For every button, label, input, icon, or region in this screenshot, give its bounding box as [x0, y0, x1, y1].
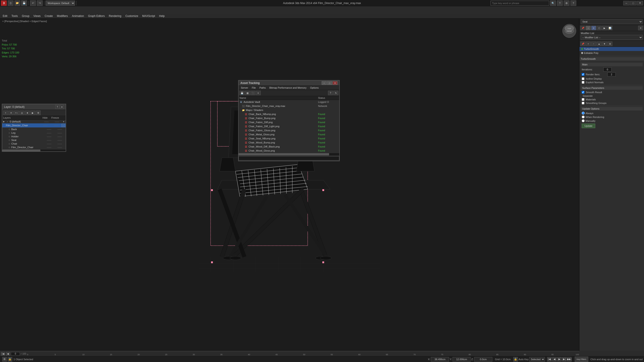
menu-group[interactable]: Group [20, 14, 31, 18]
layer-find-btn[interactable]: ▶ [30, 110, 35, 115]
search-btn[interactable]: 🔍 [550, 0, 556, 6]
disp-tab[interactable]: 📊 [608, 26, 612, 30]
layer-row-default[interactable]: ▶ ✓ 0 (default) —— —— ▼ [2, 120, 66, 123]
iterations-input[interactable] [603, 67, 612, 71]
y-coord-input[interactable] [452, 357, 471, 362]
layer-add-obj-btn[interactable]: +○ [14, 110, 19, 115]
menu-help[interactable]: Help [157, 14, 166, 18]
layer-row-film-dir[interactable]: ◇ Film_Director_Chair —— —— [2, 145, 66, 149]
at-row-fabric-bump[interactable]: 🖼 Chair_Fabric_Bump.png Found [238, 116, 339, 120]
layer-close-btn[interactable]: ✕ [60, 105, 64, 109]
close-panel-btn[interactable]: ✕ [638, 26, 643, 30]
obj-tab[interactable]: ○ [586, 26, 591, 30]
layer-row-leg[interactable]: ◇ Leg —— —— [2, 131, 66, 135]
layer-new-btn[interactable]: + [3, 110, 8, 115]
help-btn1[interactable]: ? [557, 0, 563, 6]
workspace-dropdown[interactable]: Workspace: Default [46, 1, 75, 6]
at-row-metal-gloss[interactable]: 🖼 Chair_Metal_Gloss.png Found [238, 132, 339, 136]
at-row-wood-bump[interactable]: 🖼 Chair_Wood_Bump.png Found [238, 140, 339, 145]
at-row-fabric-diff-light[interactable]: 🖼 Chair_Fabric_Diff_Light.png Found [238, 124, 339, 128]
at-tb-4[interactable]: ≡ [256, 91, 261, 95]
motion-tab[interactable]: ▶ [602, 26, 607, 30]
menu-create[interactable]: Create [43, 14, 55, 18]
layer-scrollbar[interactable] [2, 150, 66, 151]
at-tb-help[interactable]: ? [328, 91, 333, 95]
menu-customize[interactable]: Customize [124, 14, 140, 18]
layer-row-back[interactable]: ◇ Back —— —— [2, 127, 66, 131]
mod-add-btn[interactable]: + [586, 41, 591, 46]
playback-start-btn[interactable]: |◀ [547, 357, 552, 362]
editable-poly-modifier[interactable]: Editable Poly [580, 51, 644, 55]
frame-input[interactable] [11, 352, 20, 356]
close-btn[interactable]: ✕ [637, 1, 643, 5]
menu-modifiers[interactable]: Modifiers [55, 14, 70, 18]
at-menu-options[interactable]: Options [309, 86, 320, 89]
maximize-btn[interactable]: □ [630, 1, 636, 5]
z-coord-input[interactable] [474, 357, 492, 362]
minimize-btn[interactable]: ─ [623, 1, 630, 5]
viewport[interactable]: + [Perspective] [Shaded + Edged Faces] T… [0, 18, 579, 351]
x-coord-input[interactable] [431, 357, 449, 362]
key-filters-btn[interactable]: Key Filters [575, 357, 588, 362]
selected-dropdown[interactable]: Selected [529, 357, 545, 362]
mod-config-btn[interactable]: ⚙ [608, 41, 612, 46]
layer-prop-btn[interactable]: ⚙ [36, 110, 41, 115]
main-section-header[interactable]: Main [581, 63, 643, 66]
layer-del-btn[interactable]: ✕ [8, 110, 14, 115]
turbosm-section[interactable]: TurboSmooth [580, 57, 644, 61]
hier-tab[interactable]: ⬡ [596, 26, 602, 30]
playback-end-btn[interactable]: ▶▶| [567, 357, 572, 362]
save-btn[interactable]: 💾 [21, 0, 27, 6]
at-menu-bitmap[interactable]: Bitmap Performance and Memory [268, 86, 308, 89]
undo-btn[interactable]: ↩ [30, 0, 36, 6]
lock-icon[interactable]: 🔒 [513, 357, 518, 362]
layer-row-holder[interactable]: ◇ Holder —— —— [2, 135, 66, 138]
mod-down-btn[interactable]: ▼ [602, 41, 607, 46]
layer-sel-obj-btn[interactable]: ◎ [20, 110, 24, 115]
render-iters-input[interactable] [608, 72, 616, 76]
turbosm-modifier[interactable]: TurboSmooth [580, 47, 644, 51]
menu-rendering[interactable]: Rendering [107, 14, 123, 18]
nav-cube[interactable]: TOP FRONT [562, 23, 577, 39]
at-tb-2[interactable]: ▦ [245, 91, 250, 95]
layer-row-film-chair[interactable]: Film_Director_Chair —— —— □ [2, 123, 66, 127]
at-maximize[interactable]: □ [327, 81, 332, 85]
mod-pin-btn[interactable]: 📌 [580, 41, 585, 46]
modifier-list-dropdown[interactable]: -- Modifier List -- [581, 35, 643, 40]
at-row-vault[interactable]: 🏛 Autodesk Vault Logged O [238, 100, 339, 104]
at-minimize[interactable]: ─ [322, 81, 327, 85]
at-menu-paths[interactable]: Paths [258, 86, 267, 89]
smoothing-check[interactable] [582, 102, 584, 104]
menu-views[interactable]: Views [32, 14, 42, 18]
at-menu-file[interactable]: File [250, 86, 257, 89]
at-tb-3[interactable]: ⬛ [250, 91, 255, 95]
menu-animation[interactable]: Animation [70, 14, 86, 18]
search-input[interactable] [490, 1, 549, 6]
playback-play-btn[interactable]: ▶ [557, 357, 562, 362]
mod-del-btn[interactable]: − [591, 41, 596, 46]
render-iters-check[interactable] [582, 73, 584, 76]
help-btn3[interactable]: ? [570, 0, 576, 6]
status-icon-2[interactable]: 🔒 [8, 357, 12, 362]
surface-params-header[interactable]: Surface Parameters [581, 86, 643, 90]
playback-prev-btn[interactable]: ◀ [552, 357, 557, 362]
at-close[interactable]: ✕ [332, 81, 338, 85]
layer-highlight-btn[interactable]: ★ [25, 110, 30, 115]
smooth-result-check[interactable] [582, 91, 584, 94]
isoline-check[interactable] [582, 77, 584, 80]
at-menu-server[interactable]: Server [240, 86, 250, 89]
layer-help-btn[interactable]: ? [55, 105, 59, 109]
mod-up-btn[interactable]: ▲ [596, 41, 602, 46]
at-tb-refresh[interactable]: ↻ [334, 91, 338, 95]
redo-btn[interactable]: ↪ [37, 0, 43, 6]
at-row-fabric-diff[interactable]: 🖼 Chair_Fabric_Diff.png Found [238, 120, 339, 124]
object-name-dropdown[interactable]: Seat [581, 19, 643, 24]
layer-row-chair[interactable]: ◇ Chair —— —— [2, 142, 66, 145]
open-btn[interactable]: 📂 [14, 0, 20, 6]
at-row-back-nbump[interactable]: 🖼 Chair_Back_NBump.png Found [238, 112, 339, 116]
mod-tab[interactable]: ≡ [591, 26, 596, 30]
manually-radio[interactable] [582, 119, 585, 122]
update-options-header[interactable]: Update Options [581, 107, 643, 110]
explicit-check[interactable] [582, 81, 584, 84]
when-rendering-radio[interactable] [582, 115, 585, 118]
